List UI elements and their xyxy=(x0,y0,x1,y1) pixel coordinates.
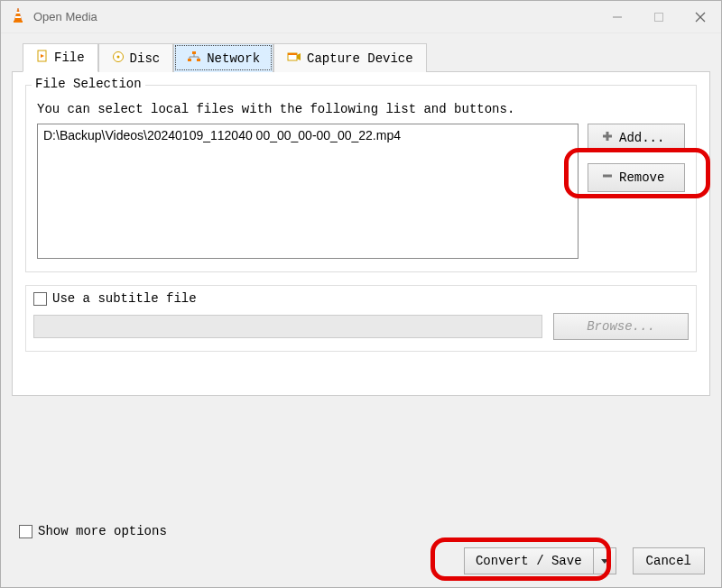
tab-network-label: Network xyxy=(207,51,260,66)
svg-rect-13 xyxy=(188,59,191,61)
convert-save-label: Convert / Save xyxy=(465,548,593,574)
tab-capture-label: Capture Device xyxy=(307,51,413,66)
content-area: File Disc Network Capture Device xyxy=(1,33,721,405)
file-icon xyxy=(36,50,49,66)
window-title: Open Media xyxy=(33,10,597,23)
minus-icon xyxy=(601,170,614,186)
subtitle-checkbox-row: Use a subtitle file xyxy=(33,291,689,306)
show-more-checkbox[interactable] xyxy=(19,525,32,538)
cancel-button-label: Cancel xyxy=(646,554,691,568)
convert-save-button[interactable]: Convert / Save xyxy=(464,547,616,574)
add-button[interactable]: Add... xyxy=(588,124,685,152)
subtitle-browse-row: Browse... xyxy=(33,313,689,340)
plus-icon xyxy=(601,130,614,146)
show-more-label: Show more options xyxy=(38,524,167,538)
show-more-row: Show more options xyxy=(19,524,708,538)
tab-strip: File Disc Network Capture Device xyxy=(23,43,710,72)
svg-rect-12 xyxy=(192,51,196,54)
file-list[interactable]: D:\Backup\Videos\20240109_112040 00_00_0… xyxy=(37,124,579,259)
svg-rect-2 xyxy=(16,12,20,14)
window-controls xyxy=(597,1,721,33)
chevron-down-icon[interactable] xyxy=(593,548,616,574)
file-selection-fieldset: File Selection You can select local file… xyxy=(25,85,697,272)
subtitle-checkbox[interactable] xyxy=(33,292,47,306)
svg-rect-14 xyxy=(197,59,200,61)
file-selection-help: You can select local files with the foll… xyxy=(37,102,685,116)
file-row: D:\Backup\Videos\20240109_112040 00_00_0… xyxy=(37,124,685,259)
file-selection-title: File Selection xyxy=(32,77,145,91)
subtitle-section: Use a subtitle file Browse... xyxy=(25,285,697,352)
remove-button-label: Remove xyxy=(619,170,664,185)
footer: Show more options Convert / Save Cancel xyxy=(1,515,721,587)
tab-file[interactable]: File xyxy=(23,43,98,72)
close-button[interactable] xyxy=(680,1,721,33)
capture-icon xyxy=(287,51,301,67)
svg-point-11 xyxy=(116,55,119,58)
svg-marker-25 xyxy=(601,559,608,564)
browse-button-label: Browse... xyxy=(587,319,655,334)
network-icon xyxy=(187,51,201,67)
vlc-cone-icon xyxy=(10,7,26,27)
open-media-window: Open Media File xyxy=(0,0,722,588)
file-tab-panel: File Selection You can select local file… xyxy=(12,71,710,396)
file-side-buttons: Add... Remove xyxy=(584,124,685,192)
svg-rect-1 xyxy=(14,21,23,23)
list-item[interactable]: D:\Backup\Videos\20240109_112040 00_00_0… xyxy=(43,128,572,142)
svg-marker-0 xyxy=(14,8,22,21)
browse-button: Browse... xyxy=(553,313,689,340)
titlebar: Open Media xyxy=(1,1,721,33)
tab-disc-label: Disc xyxy=(130,51,161,66)
tab-file-label: File xyxy=(54,51,85,65)
tab-network[interactable]: Network xyxy=(173,43,273,72)
tab-capture[interactable]: Capture Device xyxy=(273,43,427,72)
subtitle-path-input xyxy=(33,315,542,338)
disc-icon xyxy=(112,51,125,67)
footer-buttons: Convert / Save Cancel xyxy=(14,547,708,574)
svg-marker-21 xyxy=(297,53,301,60)
svg-rect-3 xyxy=(15,16,21,18)
tab-disc[interactable]: Disc xyxy=(98,43,174,72)
add-button-label: Add... xyxy=(619,131,664,145)
svg-rect-5 xyxy=(655,13,663,21)
minimize-button[interactable] xyxy=(597,1,638,33)
svg-rect-20 xyxy=(288,53,297,55)
remove-button[interactable]: Remove xyxy=(588,163,685,192)
cancel-button[interactable]: Cancel xyxy=(633,547,705,574)
subtitle-checkbox-label: Use a subtitle file xyxy=(52,291,197,306)
maximize-button[interactable] xyxy=(638,1,680,33)
